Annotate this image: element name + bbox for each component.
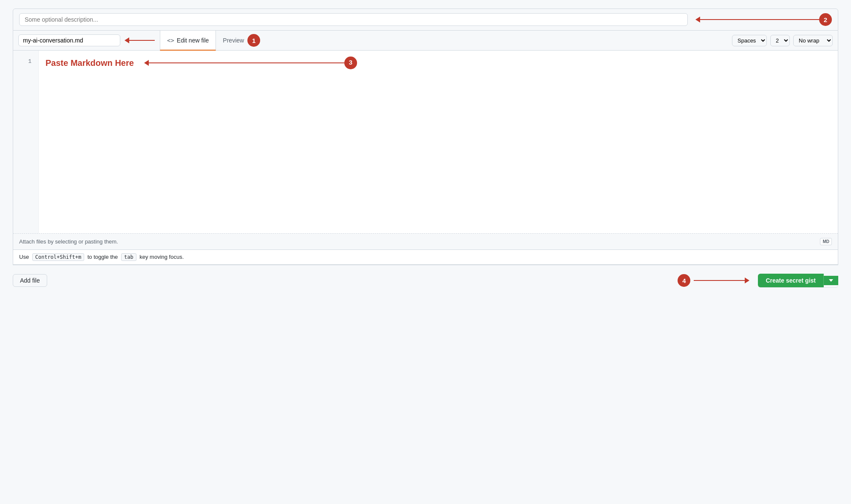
preview-tab-label: Preview: [223, 37, 244, 44]
line-num-1: 1: [20, 57, 31, 66]
annotation-arrow-2: [695, 17, 819, 23]
annotation-arrow-4: [694, 277, 749, 283]
shortcut-suffix: key moving focus.: [139, 254, 184, 260]
arrow-shaft: [694, 280, 745, 281]
indent-mode-select[interactable]: Spaces Tabs: [732, 35, 767, 46]
arrowhead-icon: [125, 37, 129, 43]
create-secret-gist-btn-group: Create secret gist: [758, 274, 838, 287]
arrowhead-icon: [695, 17, 700, 23]
tab-edit[interactable]: <> Edit new file: [160, 31, 216, 51]
file-section: <> Edit new file Preview 1 Spaces Tabs: [13, 31, 838, 265]
annotation-badge-1: 1: [247, 34, 260, 47]
editor-annotation-row: Paste Markdown Here 3: [45, 57, 831, 69]
create-secret-gist-dropdown-button[interactable]: [824, 276, 838, 285]
shortcut-prefix: Use: [19, 254, 29, 260]
arrow-shaft: [149, 62, 344, 64]
placeholder-markdown: Paste Markdown Here: [45, 58, 134, 68]
arrowhead-icon: [745, 277, 749, 283]
description-input[interactable]: [19, 13, 688, 26]
edit-tab-label: Edit new file: [177, 37, 209, 44]
wrap-mode-select[interactable]: No wrap Soft wrap: [793, 35, 833, 46]
line-numbers: 1: [13, 51, 39, 233]
annotation-arrow-filename: [125, 37, 155, 43]
arrow-shaft: [700, 19, 819, 20]
description-annotation: 2: [695, 13, 832, 26]
annotation-badge-3: 3: [344, 57, 357, 69]
arrowhead-icon: [144, 60, 149, 66]
editor-area: 1 Paste Markdown Here 3: [13, 51, 838, 233]
editor-options: Spaces Tabs 2 4 8 No wrap Soft wrap: [727, 31, 838, 50]
indent-size-select[interactable]: 2 4 8: [770, 35, 790, 46]
page-wrapper: 2 <> Edit new file: [13, 8, 838, 291]
add-file-button[interactable]: Add file: [13, 274, 47, 287]
editor-content[interactable]: Paste Markdown Here 3: [39, 51, 838, 233]
shortcut-middle: to toggle the: [88, 254, 118, 260]
attach-area: Attach files by selecting or pasting the…: [13, 233, 838, 250]
attach-text: Attach files by selecting or pasting the…: [19, 238, 118, 245]
tabs-row: <> Edit new file Preview 1 Spaces Tabs: [13, 31, 838, 51]
md-badge: MD: [820, 238, 832, 245]
annotation-badge-2: 2: [819, 13, 832, 26]
action-row: Add file 4 Create secret gist: [13, 267, 838, 291]
create-gist-container: 4 Create secret gist: [678, 274, 838, 287]
annotation-arrow-3: [144, 60, 344, 66]
shortcut-kbd2: tab: [121, 253, 136, 261]
annotation-badge-4: 4: [678, 274, 690, 287]
filename-annotation: [125, 37, 155, 43]
edit-tab-icon: <>: [167, 37, 174, 44]
tabs-spacer: [267, 31, 727, 50]
create-secret-gist-button[interactable]: Create secret gist: [758, 274, 824, 287]
filename-container: [13, 31, 160, 50]
description-row: 2: [13, 8, 838, 31]
filename-input[interactable]: [18, 34, 120, 46]
shortcut-hint: Use Control+Shift+m to toggle the tab ke…: [13, 250, 838, 265]
chevron-down-icon: [829, 279, 833, 282]
annotation-3: 3: [144, 57, 357, 69]
arrow-shaft: [129, 40, 155, 41]
annotation-4: 4: [678, 274, 749, 287]
shortcut-kbd1: Control+Shift+m: [32, 253, 84, 261]
tab-preview[interactable]: Preview 1: [216, 31, 267, 50]
preview-annotation: 1: [247, 34, 260, 47]
